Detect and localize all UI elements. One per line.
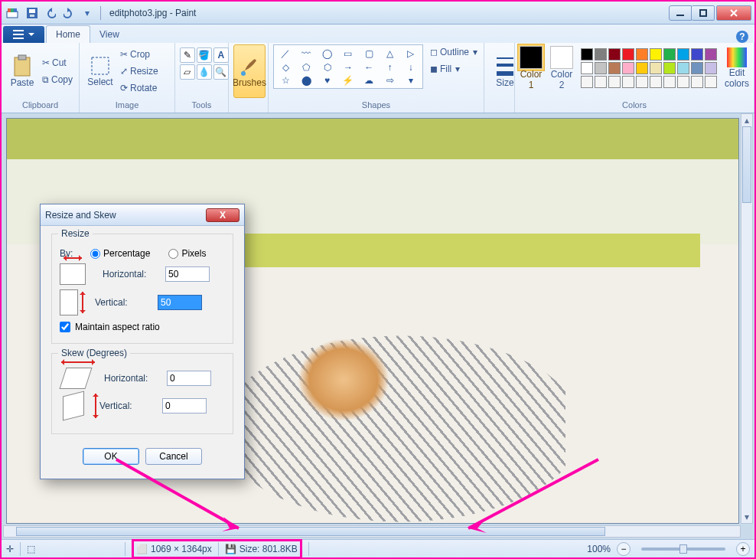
- scroll-up-icon[interactable]: ▴: [741, 114, 752, 126]
- shapes-gallery[interactable]: ／〰◯▭▢△▷ ◇⬠⬡→←↑↓ ☆⬤♥⚡☁⇨▾: [273, 44, 423, 89]
- resize-h-label: Horizontal:: [103, 269, 158, 280]
- color-swatch[interactable]: [705, 76, 717, 88]
- ribbon-brushes: Brushes: [229, 43, 269, 113]
- color-swatch[interactable]: [663, 62, 676, 74]
- cut-button[interactable]: ✂Cut: [41, 55, 74, 70]
- shape-fill-button[interactable]: ◼Fill▾: [429, 61, 479, 77]
- skew-legend: Skew (Degrees): [58, 348, 130, 358]
- color-swatch[interactable]: [705, 62, 717, 74]
- paste-label: Paste: [11, 77, 34, 88]
- cancel-button[interactable]: Cancel: [145, 448, 202, 465]
- qat-save-icon[interactable]: [24, 5, 41, 21]
- color-swatch[interactable]: [663, 76, 676, 88]
- color-swatch[interactable]: [677, 76, 689, 88]
- select-button[interactable]: Select: [84, 44, 116, 98]
- zoom-slider[interactable]: [641, 548, 725, 551]
- edit-colors-button[interactable]: Edit colors: [725, 47, 749, 89]
- close-button[interactable]: [716, 5, 751, 21]
- color-swatch[interactable]: [581, 62, 593, 74]
- zoom-in-button[interactable]: +: [736, 542, 750, 556]
- status-highlight-box: ⬜1069 × 1364px 💾Size: 801.8KB: [132, 539, 302, 559]
- scroll-down-icon[interactable]: ▾: [741, 511, 752, 523]
- scissors-icon: ✂: [42, 57, 50, 68]
- color-swatch[interactable]: [636, 62, 648, 74]
- maximize-button[interactable]: [692, 5, 715, 21]
- color-swatch[interactable]: [622, 76, 634, 88]
- color2-well[interactable]: [550, 46, 573, 69]
- color-swatch[interactable]: [595, 76, 607, 88]
- ribbon-tools: ✎ 🪣 A ▱ 💧 🔍 Tools: [175, 43, 229, 113]
- color-swatch[interactable]: [677, 48, 689, 60]
- color-swatch[interactable]: [608, 48, 621, 60]
- color-swatch[interactable]: [691, 76, 703, 88]
- skew-horizontal-input[interactable]: [167, 371, 211, 386]
- color-swatch[interactable]: [663, 48, 676, 60]
- vertical-scrollbar[interactable]: ▴ ▾: [741, 113, 753, 524]
- qat-customize-icon[interactable]: ▾: [79, 5, 96, 21]
- picker-tool[interactable]: 💧: [197, 64, 212, 80]
- color2-button[interactable]: Color 2: [550, 46, 573, 90]
- dialog-close-button[interactable]: X: [206, 208, 240, 222]
- dialog-titlebar[interactable]: Resize and Skew X: [41, 204, 244, 226]
- color-swatch[interactable]: [677, 62, 689, 74]
- color-swatch[interactable]: [636, 76, 648, 88]
- color-swatches[interactable]: [581, 48, 717, 88]
- brushes-button[interactable]: Brushes: [233, 44, 266, 98]
- shape-outline-button[interactable]: ◻Outline▾: [429, 44, 479, 60]
- radio-percentage[interactable]: Percentage: [90, 248, 150, 259]
- color-swatch[interactable]: [595, 62, 607, 74]
- crop-button[interactable]: ✂Crop: [119, 47, 160, 62]
- color-swatch[interactable]: [705, 48, 717, 60]
- ok-button[interactable]: OK: [83, 448, 139, 465]
- eraser-tool[interactable]: ▱: [180, 64, 195, 80]
- fill-tool[interactable]: 🪣: [197, 47, 212, 63]
- minimize-button[interactable]: [669, 5, 692, 21]
- color-swatch[interactable]: [608, 76, 621, 88]
- window-title: editphoto3.jpg - Paint: [105, 8, 669, 18]
- color-swatch[interactable]: [650, 76, 662, 88]
- color-swatch[interactable]: [650, 62, 662, 74]
- color-swatch[interactable]: [622, 48, 634, 60]
- maintain-aspect-checkbox[interactable]: Maintain aspect ratio: [60, 322, 225, 332]
- status-filesize: 💾Size: 801.8KB: [225, 544, 298, 554]
- rotate-button[interactable]: ⟳Rotate: [119, 80, 160, 96]
- outline-icon: ◻: [430, 47, 438, 57]
- zoom-slider-knob[interactable]: [679, 544, 687, 554]
- status-cursor: ✛: [6, 544, 14, 554]
- ribbon: Paste ✂Cut ⧉Copy Clipboard Select ✂Crop …: [2, 43, 754, 113]
- zoom-out-button[interactable]: −: [617, 542, 631, 556]
- resize-vertical-input[interactable]: [158, 295, 202, 310]
- pencil-tool[interactable]: ✎: [180, 47, 195, 63]
- qat-undo-icon[interactable]: [42, 5, 59, 21]
- radio-pixels[interactable]: Pixels: [168, 248, 206, 259]
- file-tab[interactable]: [3, 26, 44, 43]
- color-swatch[interactable]: [636, 48, 648, 60]
- paste-button[interactable]: Paste: [6, 44, 38, 98]
- status-selection: ⬚: [27, 544, 119, 554]
- resize-horizontal-input[interactable]: [165, 266, 210, 282]
- scroll-thumb-v[interactable]: [742, 126, 751, 203]
- brush-icon: [240, 54, 259, 77]
- color-swatch[interactable]: [581, 48, 593, 60]
- tab-view[interactable]: View: [90, 26, 129, 43]
- help-icon[interactable]: ?: [736, 31, 748, 43]
- color-swatch[interactable]: [608, 62, 621, 74]
- color-swatch[interactable]: [650, 48, 662, 60]
- resize-button[interactable]: ⤢Resize: [119, 64, 160, 79]
- color-swatch[interactable]: [581, 76, 593, 88]
- text-tool[interactable]: A: [213, 47, 229, 63]
- color-swatch[interactable]: [691, 48, 703, 60]
- skew-vertical-input[interactable]: [162, 398, 207, 414]
- horizontal-scrollbar[interactable]: [3, 525, 741, 538]
- color-swatch[interactable]: [622, 62, 634, 74]
- scroll-thumb-h[interactable]: [16, 527, 605, 536]
- magnifier-tool[interactable]: 🔍: [213, 64, 229, 80]
- skew-vertical-icon: [63, 391, 84, 421]
- color1-button[interactable]: Color 1: [520, 46, 543, 90]
- tab-home[interactable]: Home: [46, 25, 90, 43]
- copy-button[interactable]: ⧉Copy: [41, 72, 74, 87]
- qat-redo-icon[interactable]: [60, 5, 77, 21]
- color-swatch[interactable]: [691, 62, 703, 74]
- color-swatch[interactable]: [595, 48, 607, 60]
- color1-well[interactable]: [520, 46, 543, 69]
